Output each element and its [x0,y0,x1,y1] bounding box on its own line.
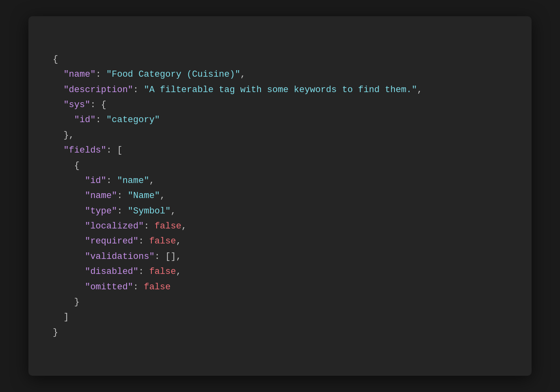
line-17: } [53,297,80,307]
line-3: "description": "A filterable tag with so… [53,85,422,95]
line-16: "omitted": false [53,282,170,292]
code-block: { "name": "Food Category (Cuisine)", "de… [53,37,507,355]
line-19: } [53,327,58,338]
line-4: "sys": { [53,100,106,110]
line-10: "name": "Name", [53,191,165,201]
line-8: { [53,161,80,171]
line-2: "name": "Food Category (Cuisine)", [53,69,246,80]
line-12: "localized": false, [53,221,187,231]
code-window: { "name": "Food Category (Cuisine)", "de… [28,16,532,375]
line-11: "type": "Symbol", [53,206,176,216]
line-13: "required": false, [53,236,181,246]
line-14: "validations": [], [53,252,181,262]
line-6: }, [53,130,74,140]
line-1: { [53,54,58,65]
line-5: "id": "category" [53,115,160,125]
line-9: "id": "name", [53,176,155,186]
line-7: "fields": [ [53,145,123,155]
line-15: "disabled": false, [53,267,181,277]
line-18: ] [53,312,69,322]
